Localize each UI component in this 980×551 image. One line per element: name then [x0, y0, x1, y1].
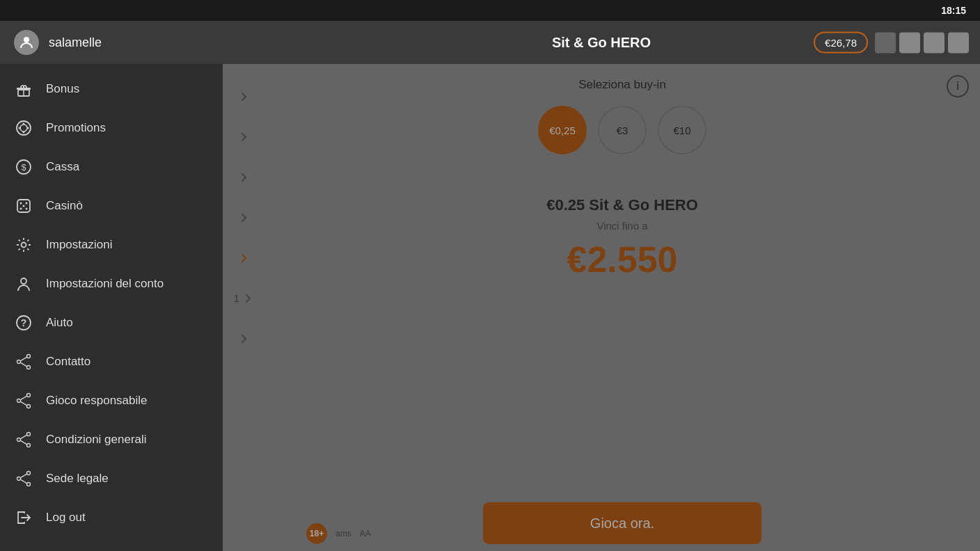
page-title: Sit & Go HERO	[552, 35, 651, 51]
svg-point-39	[27, 483, 31, 486]
sidebar: salamelle Bonus	[0, 21, 223, 551]
sidebar-item-condizioni-generali[interactable]: Condizioni generali	[0, 420, 223, 459]
sidebar-item-gioco-responsabile-label: Gioco responsabile	[46, 394, 148, 408]
legal-icon	[14, 469, 33, 488]
sidebar-item-contatto[interactable]: Contatto	[0, 342, 223, 381]
sidebar-item-cassa[interactable]: $ Cassa	[0, 147, 223, 186]
svg-point-29	[27, 405, 31, 408]
svg-point-37	[27, 472, 31, 475]
svg-text:$: $	[21, 162, 26, 173]
svg-point-17	[23, 205, 25, 207]
responsible-gaming-icon	[14, 391, 33, 410]
win-label: Vinci fino a	[596, 220, 647, 232]
sidebar-item-condizioni-generali-label: Condizioni generali	[46, 433, 147, 447]
sidebar-item-cassa-label: Cassa	[46, 160, 79, 174]
svg-point-28	[17, 399, 21, 403]
sidebar-item-promotions-label: Promotions	[46, 121, 106, 135]
status-time: 18:15	[941, 5, 966, 16]
logout-icon	[14, 508, 33, 527]
buy-in-btn-3[interactable]: €3	[598, 106, 647, 154]
svg-point-34	[27, 444, 31, 447]
svg-line-30	[20, 396, 27, 400]
svg-line-31	[20, 401, 27, 406]
sidebar-item-sede-legale-label: Sede legale	[46, 472, 109, 486]
sidebar-item-sede-legale[interactable]: Sede legale	[0, 459, 223, 498]
buy-in-label: Seleziona buy-in	[578, 78, 666, 92]
share-icon	[14, 352, 33, 372]
svg-line-35	[20, 435, 27, 439]
svg-text:?: ?	[21, 317, 27, 328]
star-icon	[14, 118, 33, 138]
sidebar-item-impostazioni[interactable]: Impostazioni	[0, 225, 223, 264]
gift-icon	[14, 79, 33, 99]
chevron-row-7[interactable]	[223, 320, 264, 358]
chevron-row-4[interactable]	[223, 199, 264, 237]
svg-line-41	[20, 479, 27, 484]
balance-badge: €26,78	[814, 32, 868, 54]
svg-line-40	[20, 474, 27, 478]
chevron-row-2[interactable]	[223, 118, 264, 156]
content-body: 1 i Seleziona buy-in €0,25 €3 €10	[223, 64, 980, 551]
play-button-container: Gioca ora.	[264, 495, 980, 551]
view-btn-3[interactable]	[924, 32, 945, 53]
sidebar-item-contatto-label: Contatto	[46, 355, 90, 369]
info-icon[interactable]: i	[947, 75, 969, 97]
svg-point-27	[27, 394, 31, 397]
svg-point-16	[26, 208, 28, 210]
svg-line-26	[20, 362, 27, 367]
sidebar-item-casino[interactable]: Casinò	[0, 186, 223, 225]
svg-point-32	[27, 433, 31, 436]
game-title: €0.25 Sit & Go HERO	[546, 196, 698, 214]
svg-point-33	[17, 438, 21, 442]
svg-point-7	[23, 131, 25, 134]
buy-in-btn-025[interactable]: €0,25	[538, 106, 587, 154]
sidebar-item-aiuto[interactable]: ? Aiuto	[0, 303, 223, 342]
svg-point-9	[27, 127, 29, 129]
view-btn-1[interactable]	[875, 32, 896, 53]
person-icon	[14, 274, 33, 294]
svg-point-5	[20, 125, 27, 131]
sidebar-item-impostazioni-conto[interactable]: Impostazioni del conto	[0, 264, 223, 303]
sidebar-item-bonus[interactable]: Bonus	[0, 70, 223, 109]
sidebar-item-impostazioni-label: Impostazioni	[46, 238, 112, 252]
top-header: Sit & Go HERO €26,78	[223, 21, 980, 64]
svg-point-24	[27, 366, 31, 369]
center-panel: i Seleziona buy-in €0,25 €3 €10 €0.25 Si…	[264, 64, 980, 551]
svg-point-22	[27, 355, 31, 358]
user-avatar-icon[interactable]	[14, 30, 39, 55]
sidebar-username: salamelle	[49, 35, 102, 50]
svg-point-38	[17, 477, 21, 481]
svg-point-8	[19, 127, 21, 129]
sidebar-item-gioco-responsabile[interactable]: Gioco responsabile	[0, 381, 223, 420]
conditions-icon	[14, 430, 33, 449]
svg-point-6	[23, 123, 25, 125]
casino-icon	[14, 196, 33, 216]
view-btn-4[interactable]	[948, 32, 969, 53]
sidebar-item-bonus-label: Bonus	[46, 82, 79, 96]
sidebar-item-logout[interactable]: Log out	[0, 498, 223, 537]
chevron-row-5-active[interactable]	[223, 239, 264, 277]
view-toggle	[875, 32, 969, 53]
svg-point-13	[20, 202, 22, 205]
buy-in-btn-10[interactable]: €10	[658, 106, 706, 154]
svg-line-36	[20, 440, 27, 445]
svg-line-25	[20, 357, 27, 361]
chevron-row-1[interactable]	[223, 78, 264, 115]
header-right: €26,78	[814, 32, 969, 54]
chevron-row-3[interactable]	[223, 159, 264, 196]
sidebar-item-aiuto-label: Aiuto	[46, 316, 73, 330]
sidebar-item-impostazioni-conto-label: Impostazioni del conto	[46, 277, 164, 291]
chevron-row-numbered[interactable]: 1	[223, 280, 264, 317]
play-button[interactable]: Gioca ora.	[483, 502, 761, 544]
svg-point-15	[20, 208, 22, 210]
sidebar-header: salamelle	[0, 21, 223, 64]
money-icon: $	[14, 157, 33, 177]
sidebar-item-promotions[interactable]: Promotions	[0, 109, 223, 147]
view-btn-2[interactable]	[899, 32, 920, 53]
svg-point-14	[26, 202, 28, 205]
sidebar-item-casino-label: Casinò	[46, 199, 83, 213]
sidebar-item-logout-label: Log out	[46, 511, 86, 525]
left-column: 1	[223, 64, 264, 551]
buy-in-options: €0,25 €3 €10	[538, 106, 706, 154]
svg-point-0	[24, 37, 29, 42]
